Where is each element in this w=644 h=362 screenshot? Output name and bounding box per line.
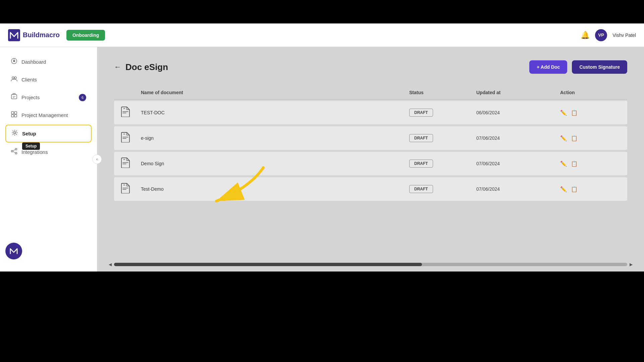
updated-at: 07/06/2024 [476, 186, 560, 192]
sidebar-item-dashboard[interactable]: Dashboard [5, 54, 92, 70]
svg-point-14 [11, 150, 13, 152]
dashboard-icon [11, 58, 17, 66]
setup-icon [11, 129, 18, 138]
edit-button[interactable]: ✏️ [560, 186, 567, 192]
scrollbar-thumb[interactable] [114, 263, 422, 266]
doc-icon [121, 157, 141, 170]
sidebar-nav: Dashboard Clients [0, 54, 97, 237]
sidebar: Dashboard Clients [0, 47, 97, 272]
edit-button[interactable]: ✏️ [560, 161, 567, 167]
doc-table: Name of document Status Updated at Actio… [114, 86, 627, 201]
copy-button[interactable]: 📋 [571, 110, 578, 116]
copy-button[interactable]: 📋 [571, 161, 578, 167]
svg-point-5 [14, 77, 16, 79]
main-layout: Dashboard Clients [0, 47, 644, 272]
updated-at: 07/06/2024 [476, 135, 560, 141]
doc-icon [121, 183, 141, 195]
col-icon [121, 90, 141, 95]
sidebar-item-label: Dashboard [21, 59, 46, 65]
bell-icon[interactable]: 🔔 [581, 31, 590, 40]
sidebar-logo-bottom [5, 243, 22, 259]
doc-name: TEST-DOC [141, 110, 409, 115]
page-title-area: ← Doc eSign [114, 62, 168, 72]
add-doc-button[interactable]: + Add Doc [529, 60, 567, 74]
user-name: Vishv Patel [612, 33, 636, 38]
status-cell: DRAFT [409, 109, 476, 117]
col-name: Name of document [141, 90, 409, 95]
copy-button[interactable]: 📋 [571, 186, 578, 192]
header-actions: + Add Doc Custom Signature [529, 60, 627, 74]
table-header: Name of document Status Updated at Actio… [114, 86, 627, 100]
col-updated: Updated at [476, 90, 560, 95]
doc-icon [121, 132, 141, 144]
svg-rect-9 [11, 112, 14, 114]
doc-name: Demo Sign [141, 161, 409, 166]
status-badge: DRAFT [409, 160, 433, 168]
top-bar-left: Buildmacro Onboarding [8, 29, 105, 41]
svg-rect-10 [14, 112, 17, 114]
sidebar-item-project-management[interactable]: Project Management [5, 107, 92, 123]
collapse-sidebar-button[interactable]: ‹ [92, 155, 102, 164]
svg-rect-0 [8, 29, 20, 41]
action-buttons: ✏️ 📋 [560, 161, 621, 167]
sidebar-item-setup[interactable]: Setup Setup [5, 125, 92, 142]
horizontal-scrollbar[interactable]: ◀ ▶ [114, 263, 627, 266]
edit-button[interactable]: ✏️ [560, 135, 567, 141]
custom-signature-button[interactable]: Custom Signature [572, 60, 627, 74]
status-badge: DRAFT [409, 109, 433, 117]
top-bar-right: 🔔 VP Vishv Patel [581, 29, 636, 41]
sidebar-item-projects[interactable]: Projects 6 [5, 89, 92, 106]
clients-icon [11, 75, 17, 84]
sidebar-item-label: Project Management [21, 112, 68, 118]
projects-badge: 6 [79, 94, 86, 101]
svg-point-4 [12, 77, 14, 79]
sidebar-item-clients[interactable]: Clients [5, 71, 92, 88]
onboarding-badge[interactable]: Onboarding [66, 30, 105, 41]
updated-at: 07/06/2024 [476, 161, 560, 166]
col-status: Status [409, 90, 476, 95]
updated-at: 06/06/2024 [476, 110, 560, 115]
action-buttons: ✏️ 📋 [560, 135, 621, 141]
edit-button[interactable]: ✏️ [560, 110, 567, 116]
status-cell: DRAFT [409, 185, 476, 193]
doc-name: Test-Demo [141, 186, 409, 192]
status-badge: DRAFT [409, 185, 433, 193]
page-header: ← Doc eSign + Add Doc Custom Signature [114, 60, 627, 74]
integrations-icon [11, 148, 17, 156]
svg-rect-12 [14, 115, 17, 117]
bottom-logo-icon [9, 246, 18, 256]
copy-button[interactable]: 📋 [571, 135, 578, 141]
top-bar: Buildmacro Onboarding 🔔 VP Vishv Patel [0, 23, 644, 47]
logo-icon [8, 29, 20, 41]
project-management-icon [11, 111, 17, 119]
sidebar-bottom [0, 237, 97, 265]
sidebar-item-label: Integrations [21, 149, 48, 155]
user-avatar: VP [595, 29, 607, 41]
doc-name: e-sign [141, 135, 409, 141]
scroll-left-arrow[interactable]: ◀ [109, 262, 112, 267]
svg-point-2 [13, 60, 15, 62]
svg-rect-11 [11, 115, 14, 117]
page-title: Doc eSign [125, 62, 168, 72]
table-row: Demo Sign DRAFT 07/06/2024 ✏️ 📋 [114, 152, 627, 175]
table-row: Test-Demo DRAFT 07/06/2024 ✏️ 📋 [114, 177, 627, 201]
logo-text: Buildmacro [23, 31, 60, 39]
doc-icon [121, 106, 141, 119]
setup-tooltip: Setup [22, 142, 40, 150]
projects-icon [11, 93, 17, 102]
sidebar-item-label: Projects [21, 95, 40, 100]
svg-line-18 [13, 152, 15, 153]
status-cell: DRAFT [409, 134, 476, 142]
sidebar-item-integrations[interactable]: Integrations [5, 144, 92, 160]
back-button[interactable]: ← [114, 63, 121, 71]
svg-line-17 [13, 149, 15, 151]
status-badge: DRAFT [409, 134, 433, 142]
svg-point-13 [14, 132, 16, 134]
action-buttons: ✏️ 📋 [560, 110, 621, 116]
action-buttons: ✏️ 📋 [560, 186, 621, 192]
table-row: TEST-DOC DRAFT 06/06/2024 ✏️ 📋 [114, 101, 627, 124]
sidebar-item-label: Clients [21, 77, 37, 82]
svg-point-15 [15, 148, 17, 150]
logo: Buildmacro [8, 29, 60, 41]
scroll-right-arrow[interactable]: ▶ [630, 262, 633, 267]
